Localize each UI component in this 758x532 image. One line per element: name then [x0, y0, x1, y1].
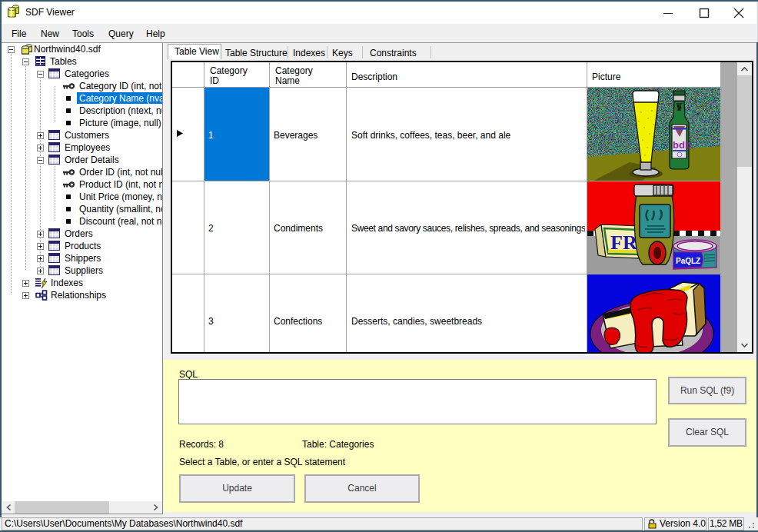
svg-text:bdb: bdb [673, 139, 691, 151]
svg-text:PaQLZ: PaQLZ [676, 257, 700, 265]
